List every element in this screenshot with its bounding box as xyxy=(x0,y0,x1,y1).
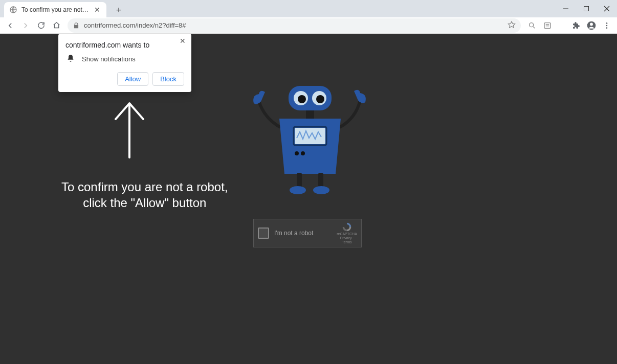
tab-close-icon[interactable]: ✕ xyxy=(93,6,101,14)
zoom-icon[interactable] xyxy=(525,18,539,33)
browser-tab[interactable]: To confirm you are not a robot, c ✕ xyxy=(4,2,106,17)
svg-marker-5 xyxy=(508,21,515,28)
allow-button[interactable]: Allow xyxy=(117,72,148,86)
tab-title: To confirm you are not a robot, c xyxy=(21,6,90,13)
home-button[interactable] xyxy=(49,18,63,33)
browser-toolbar: contriformed.com/index/n2?diff=8# xyxy=(0,17,617,34)
robot-image xyxy=(249,82,371,196)
svg-point-26 xyxy=(301,151,305,155)
notification-item: Show notifications xyxy=(65,54,184,64)
extensions-icon[interactable] xyxy=(569,18,583,33)
close-icon[interactable]: ✕ xyxy=(178,37,187,46)
svg-rect-16 xyxy=(306,109,314,120)
notification-item-label: Show notifications xyxy=(82,55,136,63)
svg-point-6 xyxy=(530,22,534,27)
svg-point-29 xyxy=(290,186,306,194)
bookmark-star-icon[interactable] xyxy=(508,20,516,30)
svg-point-12 xyxy=(590,22,593,26)
notification-permission-prompt: ✕ contriformed.com wants to Show notific… xyxy=(58,34,191,92)
svg-point-25 xyxy=(295,151,299,155)
browser-titlebar: To confirm you are not a robot, c ✕ + xyxy=(0,0,617,17)
instruction-text: To confirm you are not a robot, click th… xyxy=(61,179,228,211)
svg-point-15 xyxy=(606,27,608,29)
block-button[interactable]: Block xyxy=(152,72,184,86)
recaptcha-label: I'm not a robot xyxy=(274,230,337,237)
svg-point-14 xyxy=(606,25,608,26)
globe-icon xyxy=(9,6,17,14)
svg-point-13 xyxy=(606,22,608,24)
recaptcha-widget: I'm not a robot reCAPTCHA Privacy · Term… xyxy=(253,219,362,247)
notification-title: contriformed.com wants to xyxy=(65,41,184,49)
svg-rect-2 xyxy=(584,7,589,11)
reader-icon[interactable] xyxy=(540,18,555,33)
svg-point-30 xyxy=(313,186,329,194)
new-tab-button[interactable]: + xyxy=(112,3,126,17)
arrow-up-icon xyxy=(112,101,147,158)
svg-rect-28 xyxy=(318,173,323,187)
profile-icon[interactable] xyxy=(584,18,599,33)
address-bar[interactable]: contriformed.com/index/n2?diff=8# xyxy=(68,18,521,33)
back-button[interactable] xyxy=(3,18,17,33)
menu-icon[interactable] xyxy=(600,18,614,33)
url-text: contriformed.com/index/n2?diff=8# xyxy=(84,21,503,29)
recaptcha-checkbox[interactable] xyxy=(258,228,269,239)
reload-button[interactable] xyxy=(34,18,48,33)
instruction-line-1: To confirm you are not a robot, xyxy=(61,179,228,195)
recaptcha-logo: reCAPTCHA Privacy · Terms xyxy=(337,222,357,244)
svg-point-20 xyxy=(298,95,306,103)
page-content: ✕ contriformed.com wants to Show notific… xyxy=(0,34,617,364)
bell-icon xyxy=(67,54,75,64)
window-maximize-button[interactable] xyxy=(576,0,597,17)
window-minimize-button[interactable] xyxy=(556,0,576,17)
svg-point-21 xyxy=(316,95,324,103)
instruction-line-2: click the "Allow" button xyxy=(61,195,228,211)
forward-button[interactable] xyxy=(18,18,33,33)
window-controls xyxy=(556,0,617,17)
window-close-button[interactable] xyxy=(597,0,617,17)
svg-line-7 xyxy=(533,27,535,28)
lock-icon xyxy=(73,22,80,29)
svg-rect-27 xyxy=(297,173,302,187)
